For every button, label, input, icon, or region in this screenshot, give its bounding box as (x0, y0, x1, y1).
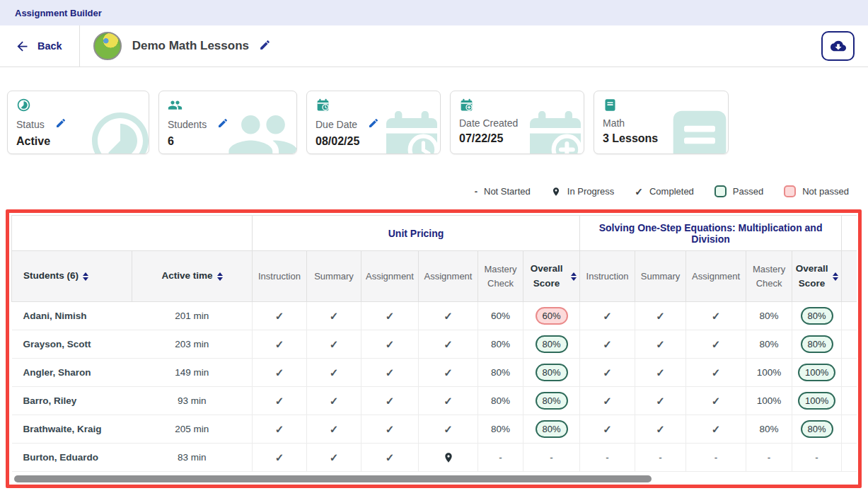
column-label: Mastery Check (481, 262, 520, 290)
score-cell: - (746, 444, 792, 472)
check-icon: ✓ (656, 395, 665, 407)
check-icon: ✓ (386, 423, 395, 435)
column-header-active-time[interactable]: Active time (132, 251, 253, 302)
student-name-cell: Grayson, Scott (12, 330, 132, 359)
check-icon: ✓ (656, 338, 665, 350)
column-header-instruction: Instruction (253, 251, 307, 302)
overall-score-cell: 80% (523, 359, 580, 387)
edit-students-button[interactable] (217, 117, 228, 132)
pencil-icon (217, 117, 228, 129)
check-icon: ✓ (386, 338, 395, 350)
sliver-cell (842, 359, 857, 387)
table-row: Burton, Eduardo83 min✓✓✓------- (12, 444, 857, 472)
edit-status-button[interactable] (55, 117, 66, 132)
calendar-plus-watermark-icon (521, 105, 584, 154)
completed-cell: ✓ (253, 415, 307, 444)
legend-label: Not Started (484, 186, 531, 197)
completed-cell: ✓ (635, 302, 686, 330)
app-bar: Assignment Builder (0, 0, 868, 25)
check-icon: ✓ (603, 423, 612, 435)
score-cell: 80% (746, 415, 792, 444)
score-cell: - (635, 444, 686, 472)
active-time-cell: 203 min (132, 330, 253, 359)
score-cell: 80% (478, 330, 523, 359)
column-header-overall-score[interactable]: Overall Score (523, 251, 580, 302)
score-chip: 80% (801, 420, 833, 438)
score-chip: 100% (798, 392, 835, 410)
completed-cell: ✓ (419, 415, 478, 444)
page-title: Demo Math Lessons (132, 39, 249, 53)
score-chip: 100% (798, 364, 835, 381)
check-icon: ✓ (712, 310, 721, 322)
check-icon: ✓ (330, 366, 339, 378)
completed-cell: ✓ (361, 415, 419, 444)
column-label: Summary (314, 270, 354, 284)
score-cell: 80% (478, 387, 523, 415)
score-chip: 80% (536, 420, 568, 438)
column-header-students-6-[interactable]: Students (6) (12, 251, 132, 302)
table-row: Barro, Riley93 min✓✓✓✓80%80%✓✓✓100%100% (12, 387, 857, 415)
book-icon (603, 98, 618, 112)
pencil-icon (368, 117, 379, 129)
completed-cell: ✓ (635, 387, 686, 415)
calendar-plus-icon (459, 98, 474, 112)
score-chip: 80% (536, 392, 568, 410)
column-label: Mastery Check (749, 262, 789, 290)
dash-icon: - (475, 186, 478, 197)
column-header-assignment: Assignment (686, 251, 746, 302)
download-report-button[interactable] (821, 31, 855, 61)
scrollbar-thumb[interactable] (14, 475, 652, 482)
legend-completed: ✓ Completed (635, 186, 694, 197)
edit-due-date-button[interactable] (368, 117, 379, 132)
column-header-assignment: Assignment (419, 251, 478, 302)
completed-cell: ✓ (686, 415, 746, 444)
completed-cell: ✓ (307, 387, 361, 415)
overall-score-cell: 80% (523, 387, 580, 415)
legend-not-passed: Not passed (784, 185, 849, 197)
column-header-sliver (842, 251, 857, 302)
edit-title-button[interactable] (259, 39, 271, 54)
group-header-sliver (842, 216, 857, 251)
completed-cell: ✓ (419, 387, 478, 415)
active-time-cell: 149 min (132, 359, 253, 387)
column-header-summary: Summary (307, 251, 361, 302)
check-icon: ✓ (275, 395, 284, 407)
active-time-cell: 205 min (132, 415, 253, 444)
lesson-group-header-row: Unit PricingSolving One-Step Equations: … (12, 216, 857, 251)
table-row: Adani, Nimish201 min✓✓✓✓60%60%✓✓✓80%80% (12, 302, 857, 330)
overall-score-cell: 80% (792, 302, 842, 330)
lesson-group-header: Unit Pricing (253, 216, 580, 251)
completed-cell: ✓ (635, 359, 686, 387)
check-icon: ✓ (603, 366, 612, 378)
lesson-group-header: Solving One-Step Equations: Multiplicati… (580, 216, 842, 251)
check-icon: ✓ (635, 186, 643, 197)
date-created-card: Date Created 07/22/25 (450, 91, 584, 154)
column-label: Assignment (424, 270, 473, 284)
check-icon: ✓ (275, 366, 284, 378)
overall-score-cell: 100% (792, 387, 842, 415)
check-icon: ✓ (656, 423, 665, 435)
lessons-card: Math 3 Lessons (594, 91, 729, 154)
score-cell: - (580, 444, 635, 472)
check-icon: ✓ (444, 423, 453, 435)
column-header-mastery-check: Mastery Check (746, 251, 792, 302)
in-progress-cell (419, 444, 478, 472)
sort-arrows-icon (571, 272, 577, 281)
status-card: Status Active (7, 91, 149, 154)
completed-cell: ✓ (580, 330, 635, 359)
column-header-overall-score[interactable]: Overall Score (792, 251, 842, 302)
legend-label: Completed (649, 186, 694, 197)
score-cell: - (478, 444, 523, 472)
check-icon: ✓ (275, 423, 284, 435)
completed-cell: ✓ (580, 359, 635, 387)
check-icon: ✓ (275, 451, 284, 463)
score-chip: 80% (536, 364, 568, 381)
assignment-avatar (93, 32, 122, 60)
check-icon: ✓ (603, 310, 612, 322)
completed-cell: ✓ (253, 359, 307, 387)
back-button[interactable]: Back (0, 25, 79, 66)
score-cell: - (523, 444, 580, 472)
check-icon: ✓ (444, 338, 453, 350)
completed-cell: ✓ (361, 330, 419, 359)
score-cell: - (792, 444, 842, 472)
